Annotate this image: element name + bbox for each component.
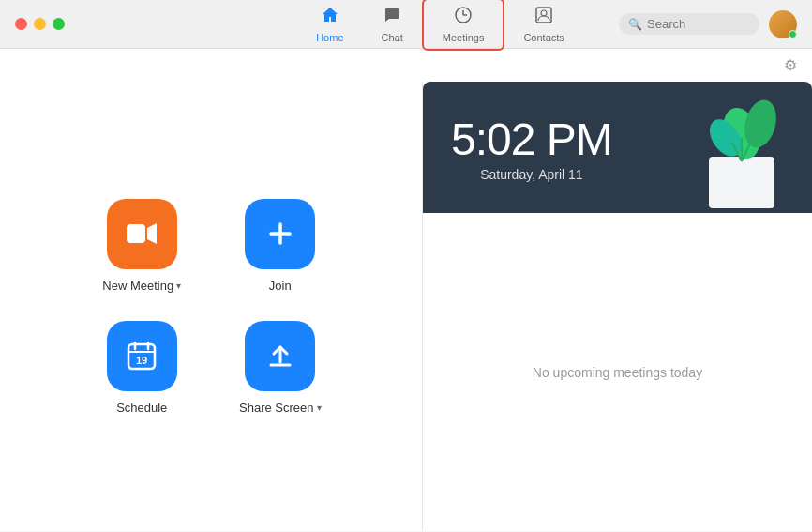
settings-icon[interactable]: ⚙ [784,56,797,74]
share-screen-button[interactable] [245,321,315,391]
traffic-lights [15,18,65,30]
tab-meetings-label: Meetings [443,32,485,43]
plant-decoration [690,91,784,204]
svg-point-4 [541,10,547,16]
svg-rect-5 [127,224,145,243]
tab-chat[interactable]: Chat [363,0,422,49]
left-panel: New Meeting ▾ Join [0,82,422,531]
tab-home-label: Home [316,32,343,43]
search-icon: 🔍 [628,18,642,31]
avatar[interactable] [769,10,797,38]
new-meeting-chevron: ▾ [176,281,181,291]
calendar-card: 5:02 PM Saturday, April 11 [423,82,812,213]
schedule-label: Schedule [116,401,167,415]
time-display: 5:02 PM [451,114,612,165]
no-meetings-panel: No upcoming meetings today [423,213,812,531]
tab-contacts[interactable]: Contacts [504,0,582,49]
share-screen-label: Share Screen ▾ [239,401,322,415]
schedule-action[interactable]: 19 Schedule [101,321,184,415]
svg-marker-6 [147,223,157,244]
no-meetings-text: No upcoming meetings today [533,365,702,380]
maximize-button[interactable] [53,18,65,30]
settings-bar: ⚙ [0,49,812,82]
join-action[interactable]: Join [239,199,322,293]
date-display: Saturday, April 11 [480,167,582,182]
tab-home[interactable]: Home [297,0,362,49]
search-input[interactable] [647,17,750,31]
join-label: Join [269,279,292,293]
titlebar: Home Chat Meetings [0,0,812,49]
schedule-button[interactable]: 19 [107,321,177,391]
meetings-icon [454,6,473,29]
new-meeting-label: New Meeting ▾ [102,279,181,293]
share-screen-action[interactable]: Share Screen ▾ [239,321,322,415]
share-screen-chevron: ▾ [317,403,322,413]
tab-contacts-label: Contacts [523,32,564,43]
new-meeting-action[interactable]: New Meeting ▾ [101,199,184,293]
join-button[interactable] [245,199,315,269]
tab-meetings[interactable]: Meetings [422,0,505,51]
tab-chat-label: Chat [382,32,403,43]
nav-right: 🔍 [619,10,797,38]
close-button[interactable] [15,18,27,30]
svg-text:19: 19 [136,355,147,366]
main-content: New Meeting ▾ Join [0,82,812,531]
contacts-icon [534,6,553,29]
new-meeting-button[interactable] [107,199,177,269]
minimize-button[interactable] [34,18,46,30]
chat-icon [383,6,401,29]
avatar-status-dot [789,30,797,38]
svg-rect-17 [709,157,774,208]
right-panel: 5:02 PM Saturday, April 11 [422,82,812,531]
home-icon [321,6,339,29]
action-grid: New Meeting ▾ Join [101,199,322,415]
search-box[interactable]: 🔍 [619,13,759,35]
time-info: 5:02 PM Saturday, April 11 [451,114,612,182]
